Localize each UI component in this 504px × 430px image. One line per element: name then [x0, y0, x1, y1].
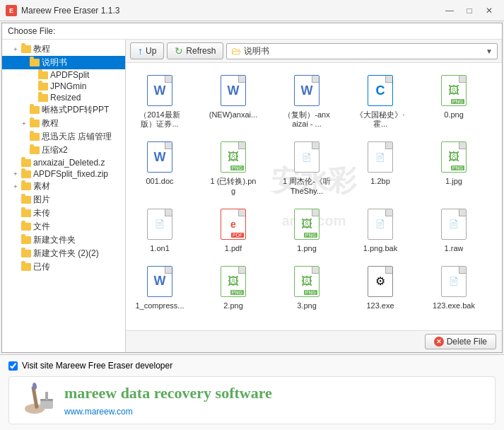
- svg-rect-3: [40, 400, 53, 409]
- file-thumbnail: 📄: [437, 206, 471, 243]
- tree-item[interactable]: 文件: [2, 220, 125, 233]
- tree-item[interactable]: +APDFSplit_fixed.zip: [2, 168, 125, 180]
- tree-item-label: 说明书: [42, 57, 67, 69]
- folder-icon: [29, 132, 40, 142]
- tree-item-label: 晰格式PDF转PPT: [42, 104, 109, 116]
- file-item[interactable]: W1_compress...: [131, 260, 188, 314]
- tree-item[interactable]: 压缩x2: [2, 144, 125, 157]
- folder-icon: [20, 209, 32, 219]
- file-thumbnail: W: [143, 263, 177, 300]
- promo-colored: data recovery software: [121, 384, 272, 402]
- tree-item[interactable]: +教程: [2, 117, 125, 130]
- close-button[interactable]: ✕: [480, 4, 498, 18]
- path-box[interactable]: 🗁 说明书 ▼: [226, 43, 498, 59]
- minimize-button[interactable]: —: [440, 4, 459, 18]
- tree-expand-icon: +: [19, 120, 29, 127]
- promo-text: mareew data recovery software: [64, 384, 272, 402]
- file-item[interactable]: 📄1 周杰伦-《听TheShy...: [279, 135, 335, 199]
- folder-icon: [29, 119, 40, 129]
- folder-icon: [20, 45, 32, 54]
- file-item[interactable]: PDFe1.pdf: [205, 202, 262, 257]
- file-item[interactable]: 📄123.exe.bak: [426, 260, 482, 314]
- file-thumbnail: 📄: [290, 139, 324, 175]
- tree-item[interactable]: 思迅天店 店铺管理: [2, 130, 125, 144]
- tree-item-label: 未传: [33, 207, 50, 219]
- tree-item[interactable]: Resized: [2, 92, 125, 103]
- file-tree-panel: +教程说明书APDFSplitJPNGminResized晰格式PDF转PPT+…: [2, 40, 126, 352]
- file-label: 1.png.bak: [363, 244, 397, 253]
- window-title: Mareew Free Eraser 1.1.3: [21, 6, 440, 16]
- titlebar: E Mareew Free Eraser 1.1.3 — □ ✕: [0, 0, 504, 21]
- developer-site-checkbox[interactable]: [8, 361, 18, 371]
- file-thumbnail: PNG🖼: [216, 263, 250, 300]
- delete-file-button[interactable]: ✕ Delete File: [425, 334, 496, 349]
- tree-item[interactable]: anxaizai_Deleted.z: [2, 157, 125, 168]
- tree-item[interactable]: 说明书: [2, 56, 125, 69]
- file-label: （复制）-anxaizai - ...: [282, 110, 332, 129]
- tree-item-label: Resized: [50, 93, 81, 103]
- file-thumbnail: 📄: [437, 263, 471, 300]
- tree-item-label: 已传: [33, 261, 50, 273]
- action-bar: ✕ Delete File: [126, 330, 502, 352]
- delete-icon: ✕: [434, 337, 444, 347]
- file-label: （2014最新版）证券...: [135, 110, 184, 129]
- tree-item-label: JPNGmin: [50, 81, 86, 91]
- file-item[interactable]: PNG🖼1.jpg: [426, 135, 482, 199]
- file-item[interactable]: W（复制）-anxaizai - ...: [279, 69, 335, 132]
- file-item[interactable]: PNG🖼2.png: [205, 260, 262, 314]
- folder-icon: [37, 70, 49, 80]
- tree-item[interactable]: +教程: [2, 42, 125, 56]
- tree-item-label: APDFSplit_fixed.zip: [33, 169, 108, 179]
- file-item[interactable]: ⚙123.exe: [352, 260, 409, 314]
- file-item[interactable]: 📄1.2bp: [352, 135, 409, 199]
- tree-item[interactable]: 新建文件夹 (2)(2): [2, 247, 125, 260]
- window-controls: — □ ✕: [440, 4, 498, 18]
- file-item[interactable]: 📄1.on1: [131, 202, 188, 257]
- file-item[interactable]: C《大国秘史》·霍...: [352, 69, 409, 132]
- file-item[interactable]: PNG🖼1.png: [279, 202, 335, 257]
- maximize-button[interactable]: □: [460, 4, 479, 18]
- file-thumbnail: W: [216, 72, 250, 109]
- file-label: 1.png: [297, 244, 317, 253]
- delete-label: Delete File: [447, 337, 487, 347]
- site-link[interactable]: www.mareew.com: [64, 407, 272, 417]
- tree-item[interactable]: 新建文件夹: [2, 233, 125, 247]
- file-label: (NEW)anxai...: [209, 110, 257, 120]
- folder-icon: [20, 222, 32, 232]
- up-button[interactable]: ↑ Up: [130, 42, 164, 59]
- tree-expand-icon: +: [11, 170, 20, 178]
- file-item[interactable]: W001.doc: [131, 135, 188, 199]
- main-window: Choose File: +教程说明书APDFSplitJPNGminResiz…: [1, 23, 503, 353]
- promo-icon: [20, 386, 56, 414]
- file-label: 1.raw: [445, 244, 464, 253]
- tree-item[interactable]: 晰格式PDF转PPT: [2, 103, 125, 117]
- refresh-button[interactable]: ↻ Refresh: [167, 42, 223, 59]
- tree-item[interactable]: 已传: [2, 260, 125, 274]
- folder-icon: [20, 169, 32, 179]
- tree-item[interactable]: APDFSplit: [2, 69, 125, 81]
- file-thumbnail: PNG🖼: [216, 139, 250, 175]
- tree-item[interactable]: +素材: [2, 180, 125, 193]
- file-item[interactable]: W(NEW)anxai...: [205, 69, 262, 132]
- file-item[interactable]: PNG🖼3.png: [279, 260, 335, 314]
- file-item[interactable]: W（2014最新版）证券...: [131, 69, 188, 132]
- file-item[interactable]: 📄1.raw: [426, 202, 482, 257]
- path-dropdown-arrow[interactable]: ▼: [486, 47, 493, 55]
- tree-item[interactable]: 图片: [2, 193, 125, 207]
- file-label: 1.on1: [150, 244, 170, 253]
- file-item[interactable]: PNG🖼0.png: [426, 69, 482, 132]
- tree-item-label: 图片: [33, 194, 50, 206]
- file-thumbnail: 📄: [363, 139, 397, 175]
- file-item[interactable]: 📄1.png.bak: [352, 202, 409, 257]
- tree-item[interactable]: 未传: [2, 207, 125, 220]
- file-label: 1 (已转换).png: [209, 177, 258, 195]
- file-browser: ↑ Up ↻ Refresh 🗁 说明书 ▼ 安水彩anxz.com: [126, 40, 502, 352]
- tree-item-label: 教程: [33, 43, 50, 55]
- app-icon: E: [6, 5, 17, 16]
- file-item[interactable]: PNG🖼1 (已转换).png: [205, 135, 262, 199]
- tree-item[interactable]: JPNGmin: [2, 81, 125, 92]
- folder-icon: [29, 105, 40, 115]
- file-thumbnail: PDFe: [216, 206, 250, 243]
- folder-icon: [20, 158, 32, 168]
- file-label: 1.jpg: [445, 177, 462, 186]
